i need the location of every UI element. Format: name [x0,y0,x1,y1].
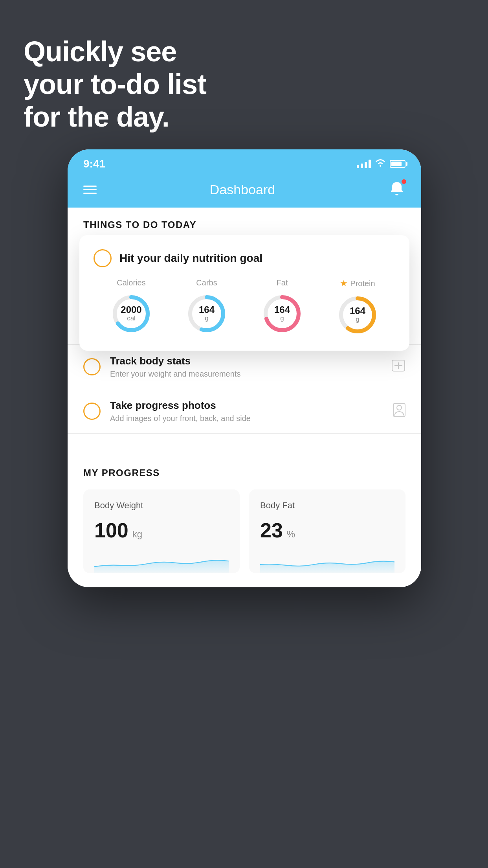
notification-dot [401,178,407,185]
nutrition-protein: ★ Protein 164 g [336,278,379,337]
things-section-title: THINGS TO DO TODAY [68,208,421,237]
nutrition-calories: Calories 2000 cal [110,278,153,335]
headline: Quickly see your to-do list for the day. [24,35,206,133]
notification-bell[interactable] [388,180,405,199]
fat-donut: 164 g [261,292,304,335]
nutrition-grid: Calories 2000 cal Carbs [94,278,395,337]
person-icon [393,403,405,420]
protein-value: 164 [350,306,365,316]
body-weight-unit: kg [132,529,142,540]
carbs-value: 164 [199,305,215,315]
nutrition-carbs: Carbs 164 g [185,278,228,335]
app-header: Dashboard [68,173,421,208]
content-area: THINGS TO DO TODAY Running Track your st… [68,208,421,587]
carbs-label: Carbs [196,278,217,287]
phone-frame: 9:41 Dashboard [68,149,421,587]
list-item[interactable]: Track body stats Enter your weight and m… [68,345,421,389]
status-time: 9:41 [83,158,105,170]
body-fat-card[interactable]: Body Fat 23 % [249,489,405,573]
body-weight-label: Body Weight [94,500,229,511]
header-title: Dashboard [210,182,275,197]
carbs-donut: 164 g [185,292,228,335]
calories-value: 2000 [121,305,141,315]
protein-donut: 164 g [336,293,379,337]
progress-title: MY PROGRESS [83,467,405,478]
fat-label: Fat [277,278,288,287]
body-fat-chart [260,552,394,573]
item-sub-photos: Add images of your front, back, and side [110,414,383,423]
nutrition-check-circle [94,249,112,267]
nutrition-fat: Fat 164 g [261,278,304,335]
wifi-icon [375,159,386,169]
progress-section: MY PROGRESS Body Weight 100 kg [68,453,421,587]
calories-label: Calories [117,278,145,287]
item-circle-photos [83,403,101,420]
signal-icon [357,160,371,168]
nutrition-card[interactable]: Hit your daily nutrition goal Calories 2… [79,235,409,351]
item-title-photos: Take progress photos [110,399,383,412]
nutrition-card-title: Hit your daily nutrition goal [119,252,262,265]
progress-cards: Body Weight 100 kg [83,489,405,573]
battery-icon [390,160,405,168]
calories-donut: 2000 cal [110,292,153,335]
status-bar: 9:41 [68,149,421,173]
svg-point-2 [397,405,402,410]
protein-label: ★ Protein [340,278,375,289]
status-icons [357,159,405,169]
item-sub-body-stats: Enter your weight and measurements [110,370,382,379]
hamburger-menu[interactable] [83,186,97,194]
scale-icon [391,359,405,375]
star-icon: ★ [340,278,348,289]
list-item[interactable]: Take progress photos Add images of your … [68,389,421,434]
item-title-body-stats: Track body stats [110,355,382,367]
item-circle-body-stats [83,358,101,375]
body-weight-value: 100 [94,519,128,542]
body-weight-card[interactable]: Body Weight 100 kg [83,489,240,573]
body-fat-label: Body Fat [260,500,394,511]
body-fat-value: 23 [260,519,283,542]
fat-value: 164 [274,305,290,315]
body-fat-unit: % [287,529,295,540]
body-weight-chart [94,552,229,573]
